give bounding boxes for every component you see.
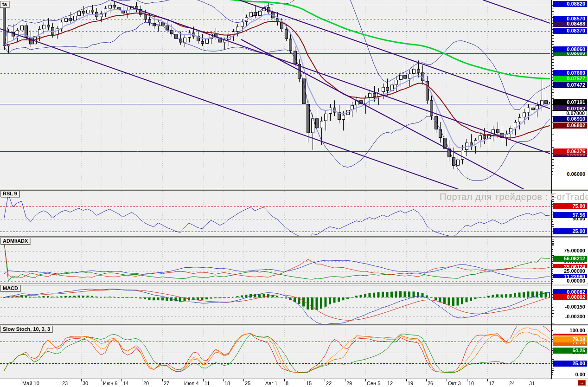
macd-axis-label: -0.00300 [553,314,587,320]
rsi-value-label: 57.56 [553,212,587,218]
date-label: Авг 1 [265,381,277,386]
date-label: 27 [164,381,169,386]
stoch-axis-label: 0.00 [553,372,587,378]
date-label: Окт 3 [448,381,461,386]
date-label: Сен 5 [367,381,380,386]
scroll-to-end-button[interactable]: → [578,380,586,386]
date-label: 14 [123,381,128,386]
date-label: 8 [286,381,288,386]
macd-value-label: 0.00002 [553,294,587,300]
date-label: 31 [529,381,535,386]
stoch-value-label: 54.25 [553,348,587,354]
date-label: 19 [408,381,413,386]
date-label: 25 [245,381,250,386]
stoch-value-label: 79.19 [553,336,587,342]
adx-axis-label: 75.00000 [553,248,587,254]
date-label: 24 [509,381,515,386]
date-label: 10 [468,381,474,386]
rsi-value-label: 75.00 [553,203,587,209]
stoch-axis-label: 100.00 [553,328,587,334]
trading-chart-window: Портал для трейдеров : ForTrader.ru ta R… [0,0,588,387]
panel-title-rsi: RSI, 9 [0,190,19,197]
adx-axis-label: 0.00000 [553,278,587,284]
symbol-label: ta [0,1,9,8]
panel-title-macd: MACD [0,285,20,292]
price-value-label: 0.06802 [553,123,587,129]
price-value-label: 0.08820 [553,1,587,7]
date-label: Май 10 [22,381,39,386]
date-label: 18 [224,381,230,386]
date-label: 11 [205,381,210,386]
price-value-label: 0.07472 [553,82,587,88]
date-label: 29 [346,381,352,386]
price-value-label: 0.06376 [553,148,587,155]
price-value-label: 0.08370 [553,28,587,34]
date-label: Июл 4 [184,381,199,386]
price-value-label: 0.08570 [553,16,587,22]
date-label: Июн 6 [103,381,117,386]
stoch-value-label: 25.00 [553,361,587,367]
date-label: 12 [387,381,393,386]
date-label: 15 [306,381,312,386]
panel-title-adx: ADMI/ADX [0,238,30,245]
price-value-label: 0.07191 [553,99,587,105]
price-value-label: 0.08060 [553,46,587,52]
date-label: 23 [62,381,68,386]
date-label: 26 [428,381,433,386]
price-value-label: 0.06910 [553,116,587,122]
date-label: 17 [489,381,494,386]
price-axis-label: 0.06000 [553,171,587,177]
watermark: Портал для трейдеров : ForTrader.ru [440,192,588,202]
panel-title-stoch: Slow Stoch, 10, 3, 3 [0,326,52,333]
adx-value-label: 56.08212 [553,256,587,262]
date-label: 20 [143,381,149,386]
rsi-value-label: 25.00 [553,228,587,234]
date-label: 22 [326,381,332,386]
price-value-label: 0.07577 [553,76,587,82]
date-label: 30 [83,381,88,386]
macd-axis-label: -0.00150 [553,304,587,310]
